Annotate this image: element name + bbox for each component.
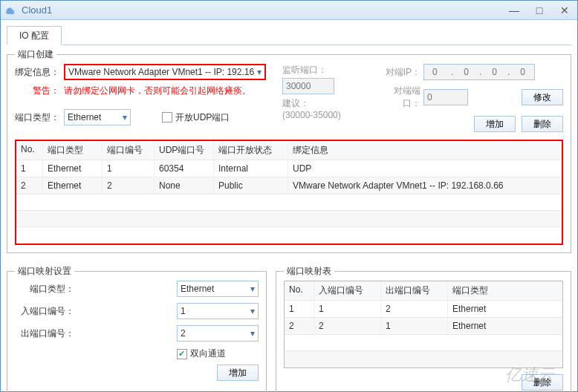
table-row-empty xyxy=(16,195,562,211)
warn-text: 请勿绑定公网网卡，否则可能会引起网络瘫痪。 xyxy=(64,85,251,97)
window-title: Cloud1 xyxy=(22,4,501,16)
advice-label: 建议： xyxy=(282,97,364,110)
peer-port-input[interactable] xyxy=(423,89,468,105)
table-row[interactable]: 2 2 1 Ethernet xyxy=(285,318,562,335)
chevron-down-icon: ▾ xyxy=(250,284,255,294)
delete-button[interactable]: 删除 xyxy=(522,116,563,132)
warn-label: 警告： xyxy=(15,85,59,97)
tab-io-config[interactable]: IO 配置 xyxy=(7,26,62,45)
window: Cloud1 — □ ✕ IO 配置 端口创建 绑定信息： VMware Net… xyxy=(0,0,578,392)
ms-in-select[interactable]: 1 ▾ xyxy=(177,303,259,319)
open-udp-label: 开放UDP端口 xyxy=(175,111,230,124)
col-bind: 绑定信息 xyxy=(288,141,562,160)
cloud-icon xyxy=(5,4,17,16)
bind-value: VMware Network Adapter VMnet1 -- IP: 192… xyxy=(68,67,254,77)
listen-label: 监听端口： xyxy=(282,64,364,76)
advice-value: (30000-35000) xyxy=(282,110,364,120)
peer-ip-input[interactable] xyxy=(423,64,535,80)
chevron-down-icon: ▾ xyxy=(257,67,262,77)
mt-delete-button[interactable]: 删除 xyxy=(522,374,563,391)
modify-button[interactable]: 修改 xyxy=(522,89,563,105)
chevron-down-icon: ▾ xyxy=(123,112,127,122)
tab-row: IO 配置 xyxy=(7,26,571,45)
col-no: No. xyxy=(16,141,43,160)
bind-label: 绑定信息： xyxy=(15,66,59,79)
listen-input[interactable] xyxy=(282,78,334,94)
bind-select[interactable]: VMware Network Adapter VMnet1 -- IP: 192… xyxy=(64,64,266,80)
table-row-empty xyxy=(16,227,562,244)
type-label: 端口类型： xyxy=(15,111,59,124)
port-create-panel: 端口创建 绑定信息： VMware Network Adapter VMnet1… xyxy=(7,54,571,253)
col-udp: UDP端口号 xyxy=(155,141,214,160)
add-button[interactable]: 增加 xyxy=(474,116,516,132)
ms-add-button[interactable]: 增加 xyxy=(217,365,259,381)
ms-out-select[interactable]: 2 ▾ xyxy=(177,325,259,342)
peer-ip-label: 对端IP： xyxy=(379,66,420,79)
col-num: 端口编号 xyxy=(103,141,155,160)
map-settings-panel: 端口映射设置 端口类型： Ethernet ▾ 入端口编号： 1 ▾ xyxy=(7,271,267,392)
table-row-empty xyxy=(285,351,562,368)
titlebar: Cloud1 — □ ✕ xyxy=(1,1,577,20)
map-table-panel: 端口映射表 No. 入端口编号 出端口编号 端口类型 1 1 2 Etherne… xyxy=(276,271,571,392)
type-select[interactable]: Ethernet ▾ xyxy=(64,109,131,125)
port-create-legend: 端口创建 xyxy=(15,48,56,61)
maximize-button[interactable]: □ xyxy=(528,3,551,18)
table-row[interactable]: 1 1 2 Ethernet xyxy=(285,301,562,318)
bottom-row: 端口映射设置 端口类型： Ethernet ▾ 入端口编号： 1 ▾ xyxy=(7,262,571,392)
type-value: Ethernet xyxy=(68,112,101,122)
map-table-header: No. 入端口编号 出端口编号 端口类型 xyxy=(285,281,562,301)
map-settings-legend: 端口映射设置 xyxy=(15,265,74,278)
close-button[interactable]: ✕ xyxy=(553,3,576,18)
chevron-down-icon: ▾ xyxy=(250,328,255,339)
port-table: No. 端口类型 端口编号 UDP端口号 端口开放状态 绑定信息 1 Ether… xyxy=(15,140,563,245)
ms-out-label: 出端口编号： xyxy=(15,327,74,340)
col-type: 端口类型 xyxy=(43,141,103,160)
table-row-empty xyxy=(16,211,562,227)
checkbox-checked-icon xyxy=(177,349,187,359)
map-table-legend: 端口映射表 xyxy=(284,265,334,278)
ms-type-label: 端口类型： xyxy=(15,283,74,295)
bidir-checkbox[interactable]: 双向通道 xyxy=(177,347,259,360)
col-status: 端口开放状态 xyxy=(214,141,288,160)
ms-type-select[interactable]: Ethernet ▾ xyxy=(177,281,259,297)
peer-port-label: 对端端口： xyxy=(379,85,420,110)
open-udp-checkbox[interactable]: 开放UDP端口 xyxy=(162,111,230,124)
map-table: No. 入端口编号 出端口编号 端口类型 1 1 2 Ethernet 2 2 xyxy=(284,281,563,368)
table-row-empty xyxy=(285,335,562,351)
port-table-header: No. 端口类型 端口编号 UDP端口号 端口开放状态 绑定信息 xyxy=(16,141,562,160)
content: IO 配置 端口创建 绑定信息： VMware Network Adapter … xyxy=(1,20,577,392)
table-row[interactable]: 1 Ethernet 1 60354 Internal UDP xyxy=(16,160,562,177)
chevron-down-icon: ▾ xyxy=(250,306,255,316)
minimize-button[interactable]: — xyxy=(503,3,525,18)
ms-in-label: 入端口编号： xyxy=(15,305,74,318)
table-row[interactable]: 2 Ethernet 2 None Public VMware Network … xyxy=(16,177,562,195)
checkbox-icon xyxy=(162,112,172,122)
